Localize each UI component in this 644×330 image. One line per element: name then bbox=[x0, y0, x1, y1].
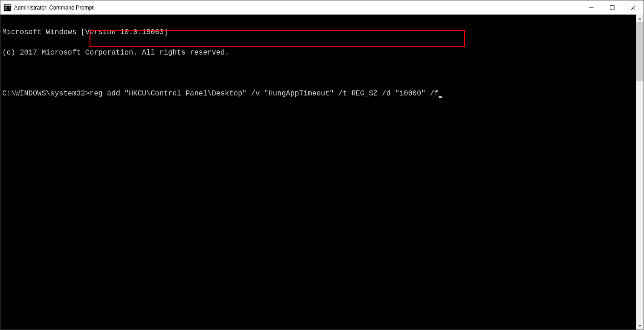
terminal-area-wrap: Microsoft Windows [Version 10.0.15063] (… bbox=[0, 15, 644, 330]
cursor bbox=[439, 96, 442, 98]
terminal-command-line: C:\WINDOWS\system32>reg add "HKCU\Contro… bbox=[2, 90, 636, 97]
terminal-line: Microsoft Windows [Version 10.0.15063] bbox=[2, 29, 636, 36]
close-button[interactable] bbox=[623, 0, 644, 15]
svg-marker-10 bbox=[639, 325, 641, 327]
minimize-button[interactable] bbox=[581, 0, 602, 15]
command-prompt-window: C:\ Administrator: Command Prompt Micros… bbox=[0, 0, 644, 330]
terminal-area[interactable]: Microsoft Windows [Version 10.0.15063] (… bbox=[0, 15, 636, 330]
scrollbar-thumb[interactable] bbox=[636, 22, 644, 81]
titlebar[interactable]: C:\ Administrator: Command Prompt bbox=[0, 0, 644, 15]
window-title: Administrator: Command Prompt bbox=[14, 5, 581, 11]
svg-rect-1 bbox=[5, 5, 11, 6]
window-controls bbox=[581, 0, 644, 15]
terminal-line: (c) 2017 Microsoft Corporation. All righ… bbox=[2, 50, 636, 56]
cmd-icon: C:\ bbox=[4, 4, 11, 11]
terminal-prompt: C:\WINDOWS\system32> bbox=[2, 90, 90, 98]
scroll-up-button[interactable] bbox=[636, 15, 644, 22]
scroll-down-button[interactable] bbox=[636, 322, 644, 330]
vertical-scrollbar[interactable] bbox=[636, 15, 644, 330]
svg-text:C:\: C:\ bbox=[5, 7, 11, 10]
terminal-command: reg add "HKCU\Control Panel\Desktop" /v … bbox=[90, 90, 439, 98]
maximize-button[interactable] bbox=[602, 0, 623, 15]
svg-marker-9 bbox=[639, 18, 641, 20]
svg-rect-6 bbox=[610, 5, 614, 10]
scrollbar-track[interactable] bbox=[636, 22, 644, 322]
terminal-blank-line bbox=[2, 70, 636, 77]
